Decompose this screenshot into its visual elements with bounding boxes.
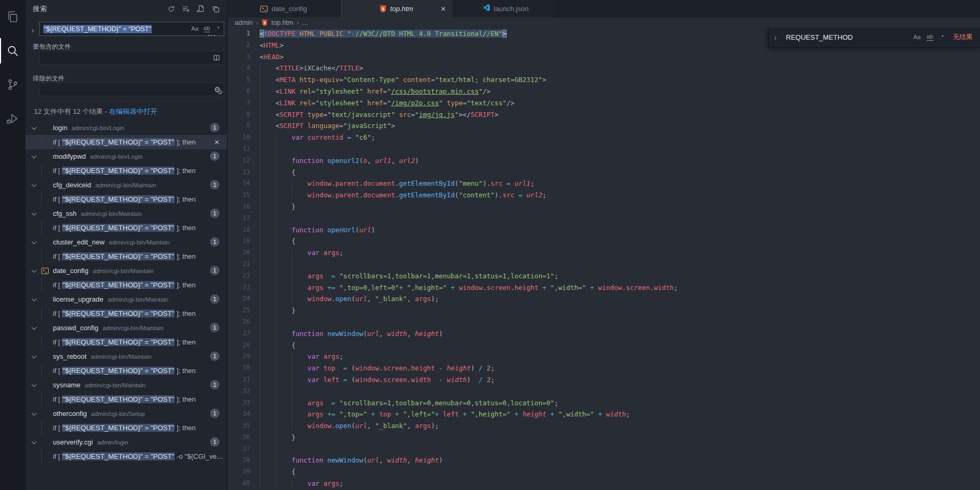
chevron-down-icon[interactable]: [32, 410, 37, 415]
files-to-exclude-label: 排除的文件: [33, 74, 65, 83]
search-result-match-row[interactable]: if [ "${REQUEST_METHOD}" = "POST" ]; the…: [25, 164, 227, 178]
search-input[interactable]: "${REQUEST_METHOD}" = "POST" Aa ab .*: [39, 22, 224, 36]
open-in-editor-icon[interactable]: [210, 3, 222, 15]
file-icon: [41, 294, 49, 304]
activity-files-icon[interactable]: [0, 0, 25, 34]
chevron-down-icon[interactable]: [32, 182, 37, 187]
search-result-match-row[interactable]: if [ "${REQUEST_METHOD}" = "POST" ]; the…: [25, 306, 227, 321]
result-file-name: sys_reboot: [53, 352, 87, 360]
result-file-path: admin/cgi-bin/Maintain: [93, 268, 153, 274]
files-to-include-input[interactable]: [39, 51, 224, 65]
line-number: 26: [228, 316, 250, 328]
match-case-icon[interactable]: Aa: [913, 34, 921, 41]
search-result-match-row[interactable]: if [ "${REQUEST_METHOD}" = "POST" ]; the…: [25, 249, 227, 264]
toggle-replace-expand-icon[interactable]: ›: [769, 33, 782, 42]
code-editor[interactable]: 1<!DOCTYPE HTML PUBLIC "-//W3C//DTD HTML…: [228, 28, 980, 490]
search-result-match-row[interactable]: if [ "${REQUEST_METHOD}" = "POST" -o "${…: [25, 449, 227, 464]
toggle-search-details-icon[interactable]: ···: [208, 33, 216, 38]
find-option-icons: Aa ab .*: [913, 34, 945, 41]
tab-launch.json[interactable]: launch.json: [453, 0, 558, 17]
line-number: 37: [228, 443, 250, 455]
shell-file-icon: >_: [41, 268, 49, 274]
result-file-path: admin/cgi-bin/Login: [90, 153, 143, 160]
result-count-badge: 1: [210, 294, 219, 304]
chevron-down-icon[interactable]: [32, 124, 37, 130]
code-line: 40var args;: [228, 478, 980, 489]
search-result-file-row[interactable]: cfg_deviceid admin/cgi-bin/Maintain 1: [25, 178, 227, 192]
breadcrumb-symbol[interactable]: …: [302, 19, 309, 26]
search-result-match-row[interactable]: if [ "${REQUEST_METHOD}" = "POST" ]; the…: [25, 392, 227, 406]
search-result-match-row[interactable]: if [ "${REQUEST_METHOD}" = "POST" ]; the…: [25, 421, 227, 435]
match-line-text: if [ "${REQUEST_METHOD}" = "POST" ]; the…: [53, 195, 196, 203]
result-file-name: date_config: [53, 267, 88, 275]
search-result-match-row[interactable]: if [ "${REQUEST_METHOD}" = "POST" ]; the…: [25, 135, 227, 149]
search-result-match-row[interactable]: if [ "${REQUEST_METHOD}" = "POST" ]; the…: [25, 364, 227, 378]
breadcrumb-file[interactable]: top.htm: [271, 19, 294, 26]
search-result-file-row[interactable]: login admin/cgi-bin/Login 1: [25, 121, 227, 135]
tree-indent-guide: [41, 335, 42, 349]
chevron-down-icon[interactable]: [32, 239, 37, 244]
code-line: 39{: [228, 466, 980, 478]
result-file-path: admin/cgi-bin/Maintain: [81, 211, 142, 217]
search-result-file-row[interactable]: otherconfig admin/cgi-bin/Setup 1: [25, 406, 227, 421]
tab-top.htm[interactable]: 5top.htm✕: [340, 0, 453, 17]
tab-date_config[interactable]: >_date_config: [228, 0, 340, 17]
use-exclude-settings-icon[interactable]: ⚙: [214, 86, 221, 93]
code-line: 7<LINK rel="stylesheet" href="/img/p2p.c…: [228, 97, 980, 109]
activity-bar: [0, 0, 25, 490]
search-result-file-row[interactable]: modifypwd admin/cgi-bin/Login 1: [25, 149, 227, 164]
search-result-file-row[interactable]: cfg_ssh admin/cgi-bin/Maintain 1: [25, 206, 227, 221]
toggle-replace-chevron[interactable]: ›: [29, 23, 37, 36]
find-input[interactable]: REQUEST_METHOD: [786, 33, 853, 41]
match-case-icon[interactable]: Aa: [191, 26, 198, 32]
tab-close-icon[interactable]: ✕: [441, 5, 446, 13]
match-highlight: "${REQUEST_METHOD}" = "POST": [62, 195, 175, 203]
result-count-badge: 1: [210, 409, 219, 418]
tree-indent-guide: [41, 192, 42, 206]
open-in-editor-link[interactable]: 在编辑器中打开: [109, 107, 157, 115]
html-file-icon: 5: [380, 5, 387, 13]
clear-search-results-icon[interactable]: [180, 3, 192, 15]
chevron-down-icon[interactable]: [32, 267, 37, 273]
chevron-down-icon[interactable]: [32, 324, 37, 330]
activity-search-icon[interactable]: [0, 34, 25, 68]
line-number: 39: [228, 466, 250, 478]
search-result-file-row[interactable]: passwd_config admin/cgi-bin/Maintain 1: [25, 321, 227, 335]
search-result-file-row[interactable]: >_ date_config admin/cgi-bin/Maintain 1: [25, 264, 227, 278]
breadcrumb-folder[interactable]: admin: [235, 19, 253, 26]
search-result-match-row[interactable]: if [ "${REQUEST_METHOD}" = "POST" ]; the…: [25, 278, 227, 292]
search-result-file-row[interactable]: cluster_edit_new admin/cgi-bin/Maintain …: [25, 235, 227, 249]
whole-word-icon[interactable]: ab: [927, 34, 933, 41]
files-to-exclude-input[interactable]: ⚙: [39, 83, 224, 96]
search-query-text: "${REQUEST_METHOD}" = "POST": [43, 25, 152, 33]
chevron-down-icon[interactable]: [32, 153, 37, 158]
chevron-down-icon[interactable]: [32, 439, 37, 444]
tree-indent-guide: [41, 364, 42, 378]
chevron-down-icon[interactable]: [32, 353, 37, 358]
search-result-file-row[interactable]: userverify.cgi admin/login 1: [25, 435, 227, 449]
search-open-editors-icon[interactable]: [213, 54, 221, 62]
result-file-path: admin/login: [97, 439, 129, 446]
new-search-editor-icon[interactable]: [195, 3, 207, 15]
file-icon: [41, 180, 49, 190]
chevron-down-icon[interactable]: [32, 296, 37, 301]
activity-run-debug-icon[interactable]: [0, 102, 25, 135]
regex-icon[interactable]: .*: [939, 34, 945, 41]
search-result-match-row[interactable]: if [ "${REQUEST_METHOD}" = "POST" ]; the…: [25, 192, 227, 206]
tree-indent-guide: [41, 306, 42, 321]
search-sidebar: 搜索 › "${REQUEST_METHOD}" = "POST" Aa ab …: [25, 0, 227, 490]
search-result-match-row[interactable]: if [ "${REQUEST_METHOD}" = "POST" ]; the…: [25, 221, 227, 235]
code-line: 14window.parent.document.getElementById(…: [228, 178, 980, 189]
search-result-file-row[interactable]: license_upgrade admin/cgi-bin/Maintain 1: [25, 292, 227, 306]
dismiss-match-icon[interactable]: ✕: [214, 139, 219, 146]
result-count-badge: 1: [210, 151, 219, 161]
activity-source-control-icon[interactable]: [0, 68, 25, 102]
chevron-down-icon[interactable]: [32, 210, 37, 215]
search-result-match-row[interactable]: if [ "${REQUEST_METHOD}" = "POST" ]; the…: [25, 335, 227, 349]
search-result-file-row[interactable]: sys_reboot admin/cgi-bin/Maintain 1: [25, 349, 227, 364]
tree-indent-guide: [41, 164, 42, 178]
search-result-file-row[interactable]: sysname admin/cgi-bin/Maintain 1: [25, 378, 227, 392]
chevron-down-icon[interactable]: [32, 382, 37, 387]
refresh-icon[interactable]: [166, 3, 177, 15]
breadcrumb-separator: ›: [256, 19, 258, 26]
